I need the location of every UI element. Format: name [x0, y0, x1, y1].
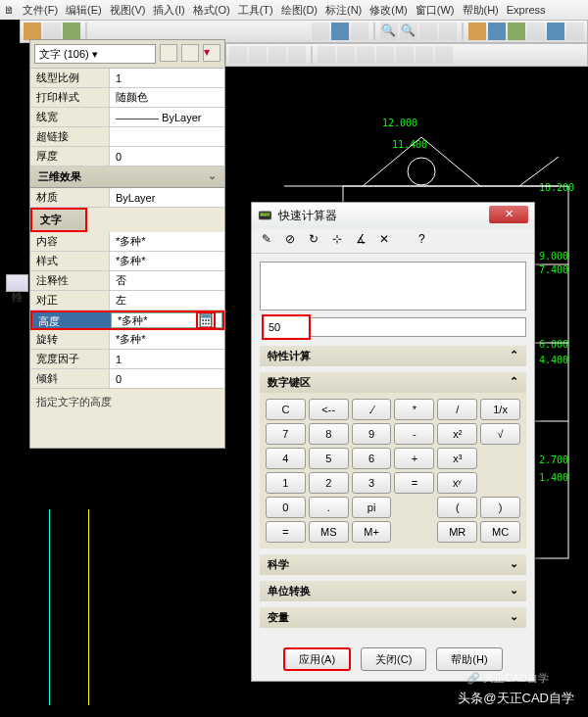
tool-icon[interactable] — [468, 23, 486, 40]
prop-row[interactable]: 超链接 — [30, 127, 224, 147]
menu-tools[interactable]: 工具(T) — [234, 3, 277, 18]
tool-icon[interactable] — [331, 23, 349, 40]
calc-key[interactable]: 9 — [352, 423, 392, 445]
calc-key[interactable]: ( — [437, 497, 477, 518]
calc-key[interactable]: C — [266, 399, 306, 420]
tool-icon[interactable] — [249, 46, 267, 64]
calc-key[interactable]: MC — [480, 521, 520, 543]
calc-key[interactable]: - — [394, 423, 434, 445]
tool-icon[interactable] — [63, 23, 80, 40]
clear-icon[interactable]: ⊘ — [285, 232, 303, 250]
prop-row[interactable]: 内容*多种* — [30, 232, 224, 252]
calculator-icon[interactable] — [196, 311, 216, 329]
calc-key[interactable]: x² — [437, 423, 477, 445]
prop-row[interactable]: 打印样式随颜色 — [30, 88, 224, 108]
tool-icon[interactable] — [351, 23, 368, 40]
help-icon[interactable]: ? — [418, 232, 436, 250]
zoom-icon[interactable]: 🔍 — [400, 23, 417, 40]
prop-row[interactable]: 对正左 — [30, 291, 224, 311]
calc-key[interactable]: * — [394, 399, 434, 420]
menu-insert[interactable]: 插入(I) — [149, 3, 188, 18]
intersect-icon[interactable]: ✕ — [379, 232, 397, 250]
prop-row[interactable]: 线宽———— ByLayer — [30, 108, 224, 127]
calc-key[interactable]: 3 — [352, 472, 392, 494]
section-variables[interactable]: 变量⌄ — [260, 607, 526, 628]
calc-key[interactable]: 6 — [352, 448, 392, 469]
tool-icon[interactable] — [419, 23, 437, 40]
tool-icon[interactable] — [318, 46, 335, 64]
section-unitconv[interactable]: 单位转换⌄ — [260, 581, 526, 601]
calc-key[interactable]: . — [309, 497, 349, 518]
prop-row[interactable]: 倾斜0 — [30, 369, 224, 389]
tool-icon[interactable] — [527, 23, 545, 40]
tool-icon[interactable] — [337, 46, 355, 64]
section-scientific[interactable]: 科学⌄ — [260, 554, 526, 575]
apply-button[interactable]: 应用(A) — [283, 647, 351, 671]
section-charcalc[interactable]: 特性计算⌃ — [260, 346, 526, 366]
calc-key[interactable]: = — [394, 472, 434, 494]
calc-key[interactable]: ) — [480, 497, 520, 518]
calc-key[interactable]: <-- — [309, 399, 349, 420]
point-icon[interactable]: ⊹ — [332, 232, 350, 250]
close-button[interactable]: 关闭(C) — [361, 647, 426, 671]
dialog-titlebar[interactable]: 📟 快速计算器 ✕ — [252, 203, 534, 228]
calc-key[interactable]: = — [266, 521, 306, 543]
menu-draw[interactable]: 绘图(D) — [277, 3, 321, 18]
tool-icon[interactable] — [43, 23, 61, 40]
prop-height[interactable]: 高度 *多种* — [30, 311, 224, 330]
calc-key[interactable]: 0 — [266, 497, 306, 518]
calc-key[interactable]: MS — [309, 521, 349, 543]
tool-icon[interactable] — [566, 23, 584, 40]
angle-icon[interactable]: ∡ — [356, 232, 373, 250]
pencil-icon[interactable]: ✎ — [262, 232, 279, 250]
calc-key[interactable]: / — [437, 399, 477, 420]
calc-key[interactable]: xʸ — [437, 472, 477, 494]
tool-icon[interactable] — [24, 23, 41, 40]
calc-key[interactable]: pi — [352, 497, 392, 518]
menu-format[interactable]: 格式(O) — [189, 3, 234, 18]
close-button[interactable]: ✕ — [489, 206, 528, 223]
object-type-select[interactable]: 文字 (106) ▾ — [34, 44, 156, 64]
zoom-icon[interactable]: 🔍 — [380, 23, 398, 40]
prop-row[interactable]: 线型比例1 — [30, 69, 224, 88]
props-icon[interactable] — [160, 44, 177, 62]
prop-row[interactable]: 宽度因子1 — [30, 350, 224, 369]
tool-icon[interactable] — [508, 23, 525, 40]
menu-express[interactable]: Express — [503, 4, 550, 16]
calc-key[interactable]: 8 — [309, 423, 349, 445]
calc-key[interactable]: M+ — [352, 521, 392, 543]
calc-key[interactable]: x³ — [437, 448, 477, 469]
calc-key[interactable]: 4 — [266, 448, 306, 469]
calc-key[interactable]: .⁄ — [352, 399, 392, 420]
tool-icon[interactable] — [269, 46, 286, 64]
tool-icon[interactable] — [376, 46, 394, 64]
calc-key[interactable]: MR — [437, 521, 477, 543]
prop-row[interactable]: 样式*多种* — [30, 252, 224, 271]
section-keypad[interactable]: 数字键区⌃ — [260, 372, 526, 393]
calc-key[interactable]: 5 — [309, 448, 349, 469]
tool-icon[interactable] — [312, 23, 329, 40]
menu-window[interactable]: 窗口(W) — [412, 3, 459, 18]
calc-key[interactable]: 2 — [309, 472, 349, 494]
calc-key[interactable]: √ — [480, 423, 520, 445]
menu-file[interactable]: 文件(F) — [19, 3, 62, 18]
calc-key[interactable]: 7 — [266, 423, 306, 445]
calc-key[interactable]: 1 — [266, 472, 306, 494]
tool-icon[interactable] — [357, 46, 374, 64]
menu-view[interactable]: 视图(V) — [106, 3, 150, 18]
tool-icon[interactable] — [416, 46, 433, 64]
tool-icon[interactable] — [439, 23, 457, 40]
filter-icon[interactable]: ▾ — [203, 44, 220, 62]
properties-tab[interactable]: 特性 — [6, 274, 28, 292]
prop-material[interactable]: 材质 ByLayer — [30, 188, 224, 208]
prop-row[interactable]: 注释性否 — [30, 271, 224, 291]
menu-modify[interactable]: 修改(M) — [366, 3, 412, 18]
tool-icon[interactable] — [488, 23, 506, 40]
menu-help[interactable]: 帮助(H) — [459, 3, 503, 18]
prop-row[interactable]: 旋转*多种* — [30, 330, 224, 350]
section-3d[interactable]: 三维效果⌄ — [30, 167, 224, 188]
history-icon[interactable]: ↻ — [309, 232, 326, 250]
tool-icon[interactable] — [229, 46, 247, 64]
calc-key[interactable]: 1/x — [480, 399, 520, 420]
tool-icon[interactable] — [288, 46, 306, 64]
